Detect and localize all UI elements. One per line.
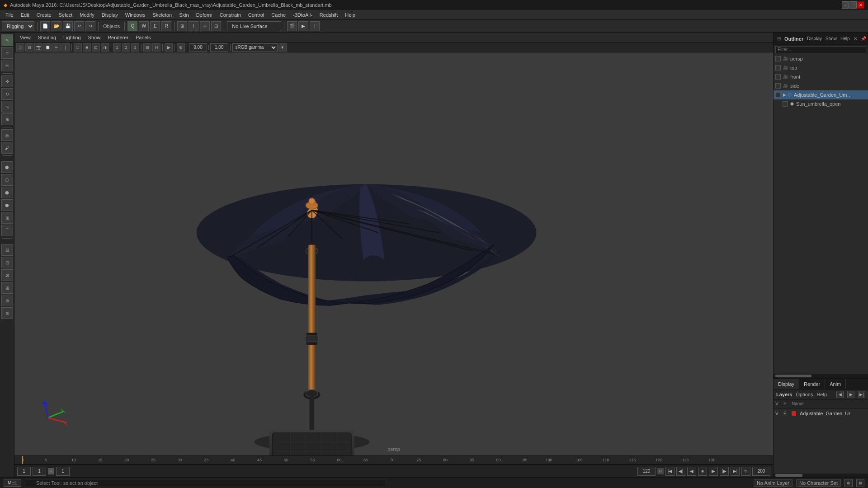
open-button[interactable]: 📂 — [52, 21, 61, 31]
outliner-item-front[interactable]: 🎥 front — [774, 72, 868, 81]
vp-res-1[interactable]: 1 — [113, 43, 121, 52]
snap-surface-button[interactable]: ⊡ — [211, 21, 221, 31]
menu-redshift[interactable]: Redshift — [316, 11, 341, 19]
outliner-header-help[interactable]: Help — [840, 36, 850, 41]
lasso-tool[interactable]: ⊂ — [1, 47, 13, 59]
range-end-input[interactable] — [637, 467, 656, 476]
vp-menu-show[interactable]: Show — [85, 34, 104, 41]
menu-constrain[interactable]: Constrain — [216, 11, 245, 19]
menu-3dtoall[interactable]: -3DtoAll- — [289, 11, 316, 19]
menu-control[interactable]: Control — [245, 11, 268, 19]
vp-icon-1[interactable]: 🎥 — [16, 43, 24, 52]
layer-row-umbrella[interactable]: V P Adjustable_Garden_Ur — [774, 408, 868, 418]
new-scene-button[interactable]: 📄 — [40, 21, 50, 31]
menu-deform[interactable]: Deform — [193, 11, 216, 19]
vp-play-btn[interactable]: ▶ — [165, 43, 173, 52]
vp-menu-lighting[interactable]: Lighting — [60, 34, 85, 41]
ik-tool[interactable]: ⬡ — [1, 174, 13, 186]
vp-hud-btn[interactable]: H — [152, 43, 160, 52]
snap-point-button[interactable]: ⊹ — [200, 21, 210, 31]
vp-light-btn[interactable]: ◑ — [101, 43, 109, 52]
save-button[interactable]: 💾 — [63, 21, 73, 31]
vp-icon-5[interactable]: ✏ — [52, 43, 61, 52]
menu-file[interactable]: File — [2, 11, 17, 19]
scale-tool-button[interactable]: R — [161, 21, 171, 31]
move-tool-sidebar[interactable]: ✛ — [1, 75, 13, 87]
redo-button[interactable]: ↪ — [85, 21, 95, 31]
universal-tool[interactable]: ⊕ — [1, 113, 13, 125]
layers-scroll-h[interactable] — [774, 474, 868, 477]
move-tool-button[interactable]: W — [139, 21, 149, 31]
vp-grid-btn[interactable]: ⊞ — [143, 43, 151, 52]
visibility-eye-side[interactable] — [775, 83, 781, 89]
tool-a[interactable]: ⊟ — [1, 244, 13, 256]
frame-current-input[interactable] — [33, 467, 46, 476]
layers-help[interactable]: Help — [816, 392, 827, 397]
layers-options[interactable]: Options — [796, 392, 813, 397]
tool-f[interactable]: ⊘ — [1, 307, 13, 319]
vp-icon-3[interactable]: 📷 — [34, 43, 42, 52]
render-settings-button[interactable]: 🎬 — [287, 21, 297, 31]
rotate-tool-sidebar[interactable]: ↻ — [1, 88, 13, 100]
paint-tool[interactable]: ✏ — [1, 60, 13, 71]
gamma-settings-btn[interactable]: ▼ — [278, 43, 287, 52]
vp-icon-6[interactable]: | — [61, 43, 70, 52]
outliner-pin-btn[interactable]: 📌 — [861, 36, 866, 41]
vp-cam-btn[interactable]: ⊛ — [177, 43, 185, 52]
snap-grid-button[interactable]: ⊞ — [177, 21, 187, 31]
outliner-item-persp[interactable]: 🎥 persp — [774, 54, 868, 63]
tab-anim[interactable]: Anim — [825, 379, 846, 389]
expand-icon-umbrella[interactable]: ▶ — [783, 93, 786, 97]
tool-e[interactable]: ⊗ — [1, 295, 13, 306]
vp-menu-renderer[interactable]: Renderer — [104, 34, 132, 41]
outliner-item-sun-umbrella[interactable]: ⬢ Sun_umbrella_open — [774, 99, 868, 108]
mode-dropdown[interactable]: Rigging — [2, 21, 34, 31]
menu-modify[interactable]: Modify — [76, 11, 98, 19]
loop-button[interactable]: ↻ — [741, 467, 750, 476]
gamma-select[interactable]: sRGB gamma — [232, 43, 278, 52]
deformer-tool[interactable]: ⬣ — [1, 199, 13, 211]
menu-display[interactable]: Display — [98, 11, 122, 19]
outliner-scroll-h[interactable] — [774, 374, 868, 378]
select-tool-button[interactable]: Q — [127, 21, 137, 31]
vp-icon-2[interactable]: ⊟ — [25, 43, 33, 52]
scale-tool-sidebar[interactable]: ⤡ — [1, 101, 13, 113]
outliner-header-display[interactable]: Display — [807, 36, 822, 41]
tab-render[interactable]: Render — [799, 379, 825, 389]
menu-create[interactable]: Create — [33, 11, 55, 19]
timeline-ruler[interactable]: 1 5 10 15 20 25 30 35 40 45 50 55 60 65 — [14, 455, 773, 465]
vp-value-2[interactable] — [210, 43, 228, 52]
rotate-tool-button[interactable]: E — [150, 21, 160, 31]
bend-tool[interactable]: ⌒ — [1, 225, 13, 236]
menu-edit[interactable]: Edit — [17, 11, 33, 19]
outliner-item-top[interactable]: 🎥 top — [774, 63, 868, 72]
max-range-input[interactable] — [752, 467, 770, 476]
char-set-btn-2[interactable]: ⊠ — [856, 479, 864, 487]
vp-value-1[interactable] — [189, 43, 207, 52]
layer-p-toggle[interactable]: P — [783, 411, 790, 416]
ipr-button[interactable]: I — [310, 21, 320, 31]
play-forward-button[interactable]: ▶ — [709, 467, 718, 476]
vp-menu-shading[interactable]: Shading — [34, 34, 60, 41]
layers-next-btn[interactable]: ▶ — [847, 391, 854, 398]
cluster-tool[interactable]: ⬢ — [1, 187, 13, 198]
lattice-tool[interactable]: ⊞ — [1, 212, 13, 224]
outliner-scroll-thumb-h[interactable] — [775, 375, 811, 377]
next-key-button[interactable]: |▶ — [720, 467, 729, 476]
soft-mod-tool[interactable]: ◎ — [1, 129, 13, 141]
outliner-item-umbrella[interactable]: ▶ ⬡ Adjustable_Garden_Umbrella — [774, 90, 868, 99]
char-set-btn-1[interactable]: ⊕ — [844, 479, 853, 487]
vp-res-2[interactable]: 2 — [122, 43, 130, 52]
outliner-close-btn[interactable]: ✕ — [854, 36, 857, 41]
outliner-header-show[interactable]: Show — [826, 36, 837, 41]
outliner-search[interactable] — [775, 46, 866, 53]
no-anim-layer[interactable]: No Anim Layer — [754, 479, 793, 487]
layers-end-btn[interactable]: ▶| — [858, 391, 865, 398]
vp-menu-panels[interactable]: Panels — [132, 34, 155, 41]
vp-res-3[interactable]: 3 — [131, 43, 139, 52]
tool-b[interactable]: ⊡ — [1, 257, 13, 268]
close-button[interactable]: ✕ — [857, 1, 864, 9]
layers-prev-btn[interactable]: ◀ — [836, 391, 844, 398]
layers-scroll-thumb-h[interactable] — [775, 474, 802, 477]
menu-skin[interactable]: Skin — [175, 11, 192, 19]
